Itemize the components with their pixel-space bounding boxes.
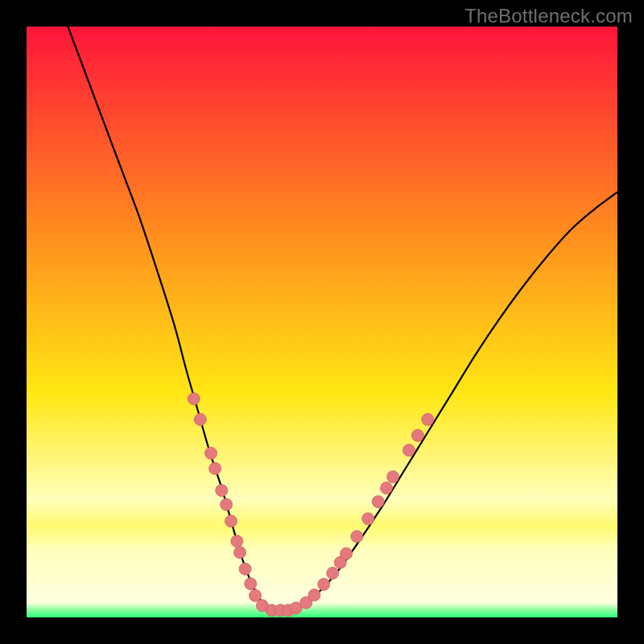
- plot-frame: [27, 27, 617, 617]
- marker-dot: [381, 482, 393, 494]
- marker-dot: [387, 471, 399, 483]
- highlight-markers: [188, 393, 434, 617]
- marker-dot: [233, 547, 246, 559]
- plot-svg: [27, 27, 617, 617]
- marker-dot: [422, 414, 434, 426]
- marker-dot: [245, 578, 257, 590]
- marker-dot: [221, 498, 233, 510]
- marker-dot: [231, 535, 243, 547]
- marker-dot: [402, 444, 415, 456]
- marker-dot: [362, 513, 374, 525]
- marker-dot: [188, 393, 200, 405]
- watermark-text: TheBottleneck.com: [464, 5, 633, 27]
- marker-dot: [205, 447, 217, 459]
- marker-dot: [411, 429, 423, 441]
- marker-dot: [250, 589, 262, 601]
- marker-dot: [308, 589, 320, 601]
- marker-dot: [341, 547, 353, 559]
- marker-dot: [351, 530, 363, 543]
- marker-dot: [239, 563, 251, 575]
- marker-dot: [372, 496, 384, 508]
- marker-dot: [327, 567, 339, 579]
- marker-dot: [318, 578, 330, 590]
- marker-dot: [225, 515, 237, 527]
- marker-dot: [216, 485, 228, 497]
- bottleneck-curve: [68, 27, 617, 612]
- marker-dot: [209, 463, 221, 475]
- marker-dot: [194, 414, 206, 426]
